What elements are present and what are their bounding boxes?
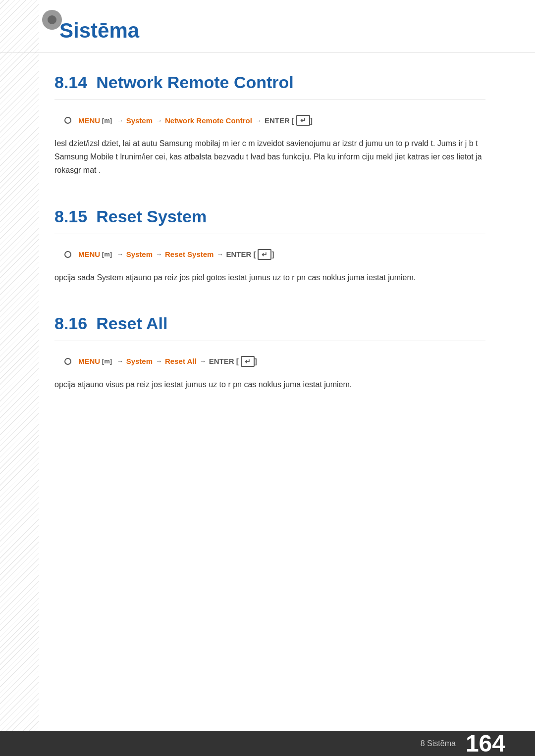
menu-bracket-close-3: ] — [110, 357, 114, 365]
menu-bracket-open-3: [ — [100, 357, 104, 365]
section-8-15-heading: 8.15Reset System — [54, 207, 485, 234]
section-8-15: 8.15Reset System MENU [m] → System → Res… — [54, 207, 485, 284]
menu-bracket-open: [ — [100, 117, 104, 124]
nav-arrow-2b: → — [156, 251, 162, 258]
header-circle-inner — [48, 15, 56, 24]
section-8-14-heading: 8.14Network Remote Control — [54, 73, 485, 100]
section-8-15-number: 8.15 — [54, 207, 87, 226]
nav-system-2: System — [126, 250, 153, 258]
section-8-16-nav: MENU [m] → System → Reset All → ENTER [↵… — [54, 356, 485, 367]
nav-arrow-3b: → — [216, 251, 223, 258]
menu-label-3: MENU — [78, 357, 100, 365]
section-8-14-body: Iesl dziet/izsl dziet, lai at autu Samsu… — [54, 137, 485, 177]
enter-icon-2: ↵ — [258, 249, 271, 260]
nav-bullet-icon — [64, 117, 71, 124]
nav-system: System — [126, 116, 153, 125]
main-content: 8.14Network Remote Control MENU [m] → Sy… — [0, 73, 535, 391]
section-8-14: 8.14Network Remote Control MENU [m] → Sy… — [54, 73, 485, 177]
nav-arrow-2: → — [156, 117, 162, 124]
page-header: Sistēma — [0, 0, 535, 53]
nav-enter-bracket-open: [ — [290, 116, 294, 125]
nav-enter-bracket-close-3: ] — [255, 357, 257, 365]
menu-m-2: m — [104, 251, 110, 258]
menu-bracket-open-2: [ — [100, 251, 104, 258]
left-stripe-decoration — [0, 0, 39, 733]
nav-arrow-1: → — [117, 117, 123, 124]
section-8-16: 8.16Reset All MENU [m] → System → Reset … — [54, 314, 485, 391]
nav-enter: ENTER — [265, 116, 290, 125]
nav-feature-3: Reset All — [165, 357, 197, 365]
section-8-16-heading: 8.16Reset All — [54, 314, 485, 341]
section-8-15-body: opcija sada System atjauno pa reiz jos p… — [54, 271, 485, 284]
enter-icon: ↵ — [296, 115, 310, 126]
nav-enter-3: ENTER — [209, 357, 234, 365]
menu-bracket-close-2: ] — [110, 251, 114, 258]
nav-enter-bracket-open-2: [ — [251, 250, 256, 258]
menu-label-2: MENU — [78, 250, 100, 258]
section-8-16-number: 8.16 — [54, 314, 87, 333]
nav-arrow-3: → — [255, 117, 262, 124]
section-8-14-number: 8.14 — [54, 73, 87, 92]
nav-bullet-icon-3 — [64, 358, 71, 365]
nav-arrow-2c: → — [156, 357, 162, 365]
nav-bullet-icon-2 — [64, 251, 71, 258]
enter-icon-3: ↵ — [241, 356, 255, 367]
footer-section-label: 8 Sistēma — [421, 739, 456, 748]
menu-bracket-close: ] — [110, 117, 114, 124]
section-8-15-nav: MENU [m] → System → Reset System → ENTER… — [54, 249, 485, 260]
nav-arrow-1b: → — [117, 251, 123, 258]
menu-label: MENU — [78, 116, 100, 125]
nav-arrow-1c: → — [117, 357, 123, 365]
nav-enter-bracket-close-2: ] — [271, 250, 274, 258]
page-footer: 8 Sistēma 164 — [0, 731, 535, 756]
nav-enter-2: ENTER — [226, 250, 251, 258]
header-circle-icon — [42, 10, 62, 30]
footer-page-number: 164 — [466, 732, 505, 756]
section-8-16-body: opcija atjauno visus pa reiz jos iestat … — [54, 378, 485, 391]
nav-arrow-3c: → — [200, 357, 206, 365]
nav-feature-2: Reset System — [165, 250, 214, 258]
nav-enter-bracket-open-3: [ — [234, 357, 239, 365]
menu-m: m — [104, 117, 110, 124]
nav-system-3: System — [126, 357, 153, 365]
page-title: Sistēma — [59, 15, 505, 43]
section-8-14-nav: MENU [m] → System → Network Remote Contr… — [54, 115, 485, 126]
nav-feature: Network Remote Control — [165, 116, 252, 125]
menu-m-3: m — [104, 357, 110, 365]
nav-enter-bracket-close: ] — [310, 116, 313, 125]
